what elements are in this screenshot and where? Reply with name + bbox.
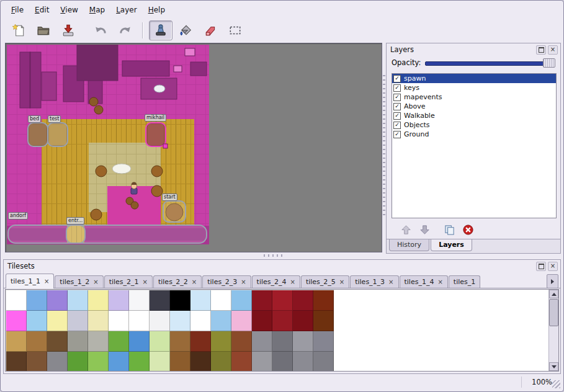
tileset-tab-tiles_2_5[interactable]: tiles_2_5 × xyxy=(301,275,349,288)
map-canvas[interactable]: bed test mikhail start andorf entr... xyxy=(5,43,382,252)
tileset-tile[interactable] xyxy=(88,331,109,352)
tileset-tile[interactable] xyxy=(150,290,170,311)
tileset-tile[interactable] xyxy=(252,311,272,331)
tileset-tile[interactable] xyxy=(6,331,27,352)
tab-close-icon[interactable]: × xyxy=(192,279,197,285)
tileset-tile[interactable] xyxy=(231,331,252,352)
tileset-tab-tiles_1_1[interactable]: tiles_1_1 × xyxy=(6,274,54,288)
eraser-button[interactable] xyxy=(199,20,222,40)
map-object-test[interactable] xyxy=(48,123,68,146)
layer-visibility-checkbox[interactable] xyxy=(393,131,401,138)
tileset-tile[interactable] xyxy=(190,290,211,311)
horizontal-splitter-handle[interactable] xyxy=(264,254,282,257)
tileset-tile[interactable] xyxy=(170,311,190,331)
tileset-tile[interactable] xyxy=(68,290,88,311)
layer-visibility-checkbox[interactable] xyxy=(393,75,401,82)
tileset-tab-tiles_2_4[interactable]: tiles_2_4 × xyxy=(252,275,300,288)
resize-grip[interactable] xyxy=(552,380,560,388)
vertical-splitter-handle[interactable] xyxy=(383,75,385,216)
tileset-tile[interactable] xyxy=(252,352,272,372)
tileset-tile[interactable] xyxy=(293,311,313,331)
tileset-tile[interactable] xyxy=(272,331,293,352)
tileset-tile[interactable] xyxy=(47,352,68,372)
delete-layer-button[interactable] xyxy=(460,222,476,237)
tileset-tile[interactable] xyxy=(68,352,88,372)
tileset-tile[interactable] xyxy=(88,290,109,311)
tab-close-icon[interactable]: × xyxy=(388,279,393,285)
tileset-tile[interactable] xyxy=(109,352,129,372)
tab-close-icon[interactable]: × xyxy=(290,279,295,285)
tileset-tile[interactable] xyxy=(170,290,190,311)
lower-layer-button[interactable] xyxy=(416,222,432,237)
scroll-up-button[interactable] xyxy=(549,290,558,298)
layer-row-ground[interactable]: Ground xyxy=(392,130,556,139)
menu-file[interactable]: File xyxy=(6,4,29,16)
map-object-mikhail-selected[interactable] xyxy=(146,123,166,146)
tab-scroll-right-button[interactable] xyxy=(547,274,558,288)
tileset-tile[interactable] xyxy=(252,331,272,352)
tileset-tile[interactable] xyxy=(211,352,231,372)
tileset-tab-tiles_2_2[interactable]: tiles_2_2 × xyxy=(153,275,202,288)
tileset-tile[interactable] xyxy=(129,311,150,331)
tileset-tile[interactable] xyxy=(129,290,150,311)
tileset-tile[interactable] xyxy=(293,331,313,352)
layer-visibility-checkbox[interactable] xyxy=(393,112,401,120)
tileset-tab-tiles_1_4[interactable]: tiles_1_4 × xyxy=(400,275,448,288)
layer-row-walkable[interactable]: Walkable xyxy=(392,111,556,120)
stamp-brush-button[interactable] xyxy=(149,20,172,40)
tileset-tile[interactable] xyxy=(313,311,334,331)
tileset-tab-tiles_2_3[interactable]: tiles_2_3 × xyxy=(202,275,251,288)
tileset-tile[interactable] xyxy=(170,331,190,352)
tileset-tile[interactable] xyxy=(68,331,88,352)
menu-view[interactable]: View xyxy=(55,4,83,16)
tab-layers[interactable]: Layers xyxy=(431,239,472,251)
duplicate-layer-button[interactable] xyxy=(441,222,457,237)
rect-select-button[interactable] xyxy=(223,20,247,40)
tileset-tab-tiles_1_3[interactable]: tiles_1_3 × xyxy=(350,275,398,288)
map-object-andorf-corridor[interactable] xyxy=(8,225,207,243)
tab-close-icon[interactable]: × xyxy=(437,279,442,285)
tileset-tab-tiles_1_2[interactable]: tiles_1_2 × xyxy=(55,275,103,288)
tileset-tile[interactable] xyxy=(293,290,313,311)
tileset-tile[interactable] xyxy=(47,311,68,331)
tileset-tile[interactable] xyxy=(293,352,313,372)
tileset-tile[interactable] xyxy=(190,352,211,372)
tab-history[interactable]: History xyxy=(389,239,429,251)
tileset-tile[interactable] xyxy=(68,311,88,331)
tileset-tile[interactable] xyxy=(272,311,293,331)
tileset-tile[interactable] xyxy=(170,352,190,372)
opacity-slider-handle[interactable] xyxy=(543,58,555,68)
layer-row-objects[interactable]: Objects xyxy=(392,120,556,130)
float-panel-button[interactable] xyxy=(536,262,546,271)
tileset-tile[interactable] xyxy=(109,290,129,311)
tileset-tile[interactable] xyxy=(27,311,47,331)
tileset-tile[interactable] xyxy=(150,311,170,331)
layer-visibility-checkbox[interactable] xyxy=(393,94,401,101)
tileset-tile[interactable] xyxy=(27,352,47,372)
bucket-fill-button[interactable] xyxy=(174,20,197,40)
menu-map[interactable]: Map xyxy=(84,4,110,16)
tileset-tile[interactable] xyxy=(129,331,150,352)
layer-row-keys[interactable]: keys xyxy=(392,83,556,92)
undo-button[interactable] xyxy=(89,20,112,40)
tileset-tile[interactable] xyxy=(252,290,272,311)
tab-close-icon[interactable]: × xyxy=(44,278,49,285)
tileset-tile[interactable] xyxy=(313,352,334,372)
tab-close-icon[interactable]: × xyxy=(339,279,344,285)
tileset-tile[interactable] xyxy=(150,331,170,352)
tileset-tile[interactable] xyxy=(190,311,211,331)
tileset-tile[interactable] xyxy=(313,290,334,311)
tileset-scrollbar[interactable] xyxy=(548,290,558,371)
tileset-tile[interactable] xyxy=(88,311,109,331)
selection-handle[interactable] xyxy=(163,144,168,148)
tab-close-icon[interactable]: × xyxy=(143,279,148,285)
tileset-view[interactable] xyxy=(5,289,559,372)
close-panel-button[interactable]: × xyxy=(548,45,558,55)
tileset-tile[interactable] xyxy=(109,331,129,352)
map-object-start[interactable] xyxy=(163,201,186,222)
layer-row-above[interactable]: Above xyxy=(392,102,556,111)
tileset-tile[interactable] xyxy=(272,352,293,372)
layer-row-mapevents[interactable]: mapevents xyxy=(392,92,556,102)
float-panel-button[interactable] xyxy=(536,45,546,55)
opacity-slider[interactable] xyxy=(425,58,555,67)
